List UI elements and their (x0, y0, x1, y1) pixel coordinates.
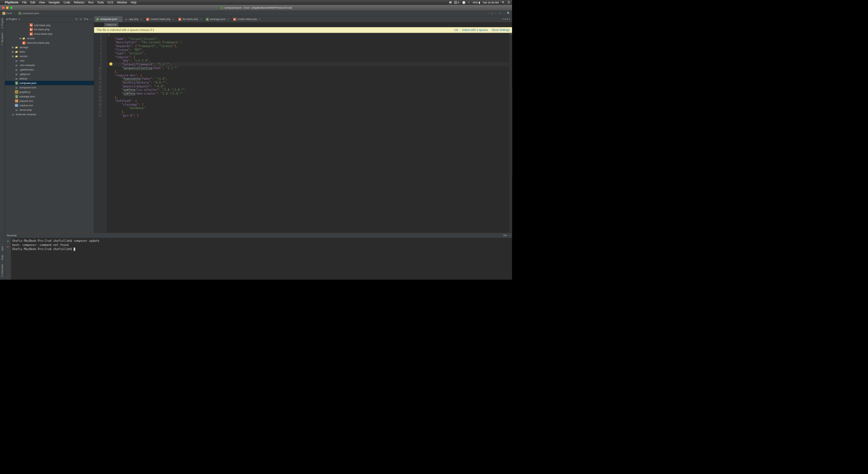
run-button[interactable]: ▶ (491, 12, 493, 15)
debug-button[interactable]: ⌗ (495, 12, 496, 15)
clock[interactable]: Sat 10:39 AM (483, 1, 499, 4)
tree-node[interactable]: {}package.json (5, 94, 94, 99)
editor-breadcrumb[interactable]: require (104, 23, 118, 27)
editor-tab[interactable]: {}composer.json× (94, 16, 123, 22)
json-icon: {} (206, 18, 209, 21)
menu-window[interactable]: Window (117, 1, 127, 4)
tree-node[interactable]: ▶📁vendor (5, 54, 94, 58)
scroll-to-source-icon[interactable]: ◎ (75, 18, 77, 21)
tree-label: .env.example (20, 64, 35, 67)
banner-indent-link[interactable]: Indent with 2 spaces (462, 29, 488, 32)
menu-view[interactable]: View (39, 1, 45, 4)
menu-navigate[interactable]: Navigate (48, 1, 60, 4)
terminal-output[interactable]: Shafis-MacBook-Pro:Crud shafiullah$ comp… (11, 238, 512, 280)
run-config-dropdown[interactable]: ▾ (488, 12, 490, 15)
coverage-button[interactable]: ⌗▶ (498, 12, 501, 15)
intention-bulb-icon[interactable] (110, 63, 112, 65)
editor-tab[interactable]: {}package.json× (204, 16, 231, 22)
tree-node[interactable]: ▤composer.lock (5, 85, 94, 90)
tree-node[interactable]: {}composer.json (5, 81, 94, 85)
project-tree[interactable]: ◧edit.blade.php◧list.blade.php◧show.blad… (5, 22, 94, 233)
breadcrumb-root[interactable]: Crud (2, 11, 18, 15)
structure-tool-tab[interactable]: 7: Structure (0, 31, 4, 46)
tree-node[interactable]: ▶📁storage (5, 45, 94, 50)
close-tab-icon[interactable]: × (259, 18, 260, 21)
close-tab-icon[interactable]: × (119, 18, 121, 21)
line-gutter[interactable]: 1234567891011121314151617181920212223 (94, 33, 103, 233)
tree-node[interactable]: ▤.gitignore (5, 72, 94, 76)
tab-label: create.blade.php (237, 18, 257, 21)
gulp-tool-tab[interactable]: Gulp (0, 254, 4, 261)
editor-tab[interactable]: ◧list.blade.php× (177, 16, 204, 22)
menu-run[interactable]: Run (88, 1, 93, 4)
tree-node[interactable]: ▶📁tests (5, 50, 94, 54)
spotlight-icon[interactable]: 🔍 (502, 1, 505, 4)
tree-node[interactable]: M↓readme.md (5, 103, 94, 108)
tree-node[interactable]: ▤.env.example (5, 63, 94, 67)
menu-help[interactable]: Help (131, 1, 136, 4)
dropbox-icon[interactable]: ⬒ (449, 1, 452, 4)
wifi-icon[interactable]: ⌔ (468, 1, 470, 4)
tree-node[interactable]: <>phpunit.xml (5, 99, 94, 103)
menu-icon[interactable]: ☰ (508, 1, 510, 4)
hide-icon[interactable]: ⟂ (91, 18, 92, 21)
search-everywhere-button[interactable]: 🔍 (507, 12, 510, 15)
close-tab-icon[interactable]: × (227, 18, 229, 21)
breadcrumb-file[interactable]: composer.json (18, 11, 45, 15)
project-tool-tab[interactable]: 1: Project (0, 17, 4, 30)
error-stripe[interactable] (509, 33, 512, 233)
bluetooth-icon[interactable]: ⚪ (462, 1, 465, 4)
new-terminal-button[interactable]: + (7, 239, 9, 244)
tab-label: master.blade.php (151, 18, 171, 21)
banner-settings-link[interactable]: Show Settings (491, 29, 510, 32)
tree-node[interactable]: ▦External Libraries (5, 112, 94, 117)
tree-node[interactable]: ▤server.php (5, 108, 94, 112)
minimize-window-button[interactable] (6, 7, 9, 9)
tree-node[interactable]: ▤artisan (5, 76, 94, 81)
close-terminal-button[interactable]: × (7, 245, 9, 249)
file-icon: ▤ (15, 77, 18, 80)
favorites-tool-tab[interactable]: 2: Favorites (0, 263, 4, 278)
terminal-hide-icon[interactable]: ⟂ (509, 234, 511, 237)
tree-node[interactable]: ◧welcome.blade.php (5, 41, 94, 45)
terminal-settings-icon[interactable]: ⚙▾ (503, 234, 507, 237)
menu-refactor[interactable]: Refactor (74, 1, 85, 4)
editor-area: {}composer.json×▤app.php×◧master.blade.p… (94, 16, 512, 233)
menu-code[interactable]: Code (64, 1, 70, 4)
tree-node[interactable]: ◧show.blade.php (5, 32, 94, 36)
tree-node[interactable]: ▶📁vendor (5, 36, 94, 41)
stop-button[interactable]: ↻ (503, 12, 505, 15)
close-tab-icon[interactable]: × (173, 18, 174, 21)
collapse-all-icon[interactable]: ⇲ (79, 18, 81, 21)
editor-tab[interactable]: ▤app.php× (123, 16, 144, 22)
menu-edit[interactable]: Edit (30, 1, 35, 4)
editor-tab[interactable]: ◧master.blade.php× (144, 16, 176, 22)
editor-tab[interactable]: ◧create.blade.php× (231, 16, 263, 22)
project-view-selector[interactable]: ▸ Project (7, 18, 20, 21)
tab-label: app.php (129, 18, 138, 21)
close-tab-icon[interactable]: × (141, 18, 142, 21)
notification-icon[interactable]: 🄰 9 (454, 1, 459, 4)
fold-column[interactable] (103, 33, 107, 233)
tree-node[interactable]: ▤.env (5, 58, 94, 63)
tree-label: composer.lock (20, 86, 36, 89)
banner-ok-link[interactable]: OK (454, 29, 458, 32)
settings-icon[interactable]: ⚙ (84, 18, 89, 21)
code-editor[interactable]: 1234567891011121314151617181920212223 { … (94, 33, 512, 233)
menu-file[interactable]: File (22, 1, 26, 4)
menu-vcs[interactable]: VCS (108, 1, 113, 4)
app-name[interactable]: PhpStorm (5, 1, 18, 4)
close-window-button[interactable] (2, 7, 4, 9)
zoom-window-button[interactable] (10, 7, 12, 9)
tree-node[interactable]: ◧edit.blade.php (5, 23, 94, 27)
js-icon: JS (15, 90, 18, 94)
menu-tools[interactable]: Tools (97, 1, 104, 4)
more-tabs-button[interactable]: ⟷ ▾ 4 (500, 16, 512, 22)
close-tab-icon[interactable]: × (200, 18, 201, 21)
file-icon: ▤ (15, 73, 18, 76)
tree-node[interactable]: ▤.gitattributes (5, 67, 94, 72)
battery-status[interactable]: 55% ▮ (472, 1, 480, 4)
npm-tool-tab[interactable]: npm (0, 245, 4, 252)
tree-node[interactable]: JSgulpfile.js (5, 90, 94, 94)
tree-node[interactable]: ◧list.blade.php (5, 27, 94, 32)
